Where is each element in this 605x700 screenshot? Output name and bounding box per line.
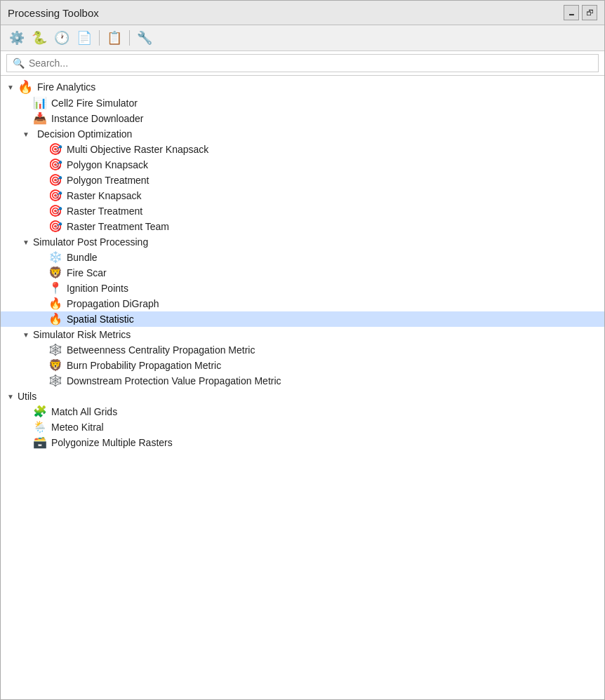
category-decision-optimization[interactable]: ▼ Decision Optimization (1, 126, 604, 142)
label-raster-knapsack: Raster Knapsack (67, 190, 142, 201)
label-burn-probability: Burn Probability Propagation Metric (67, 360, 221, 371)
polygon-treatment-icon: 🎯 (48, 175, 62, 186)
toolbar: ⚙️ 🐍 🕐 📄 📋 🔧 (1, 25, 604, 51)
item-downstream[interactable]: 🕸️ Downstream Protection Value Propagati… (1, 373, 604, 389)
tool-tree[interactable]: ▼ 🔥 Fire Analytics 📊 Cell2 Fire Simulato… (1, 76, 604, 699)
item-bundle[interactable]: ❄️ Bundle (1, 250, 604, 265)
settings-btn[interactable]: 🔧 (134, 28, 155, 48)
spacer-multi (36, 144, 47, 155)
label-spatial-statistic: Spatial Statistic (67, 314, 134, 325)
item-polygon-treatment[interactable]: 🎯 Polygon Treatment (1, 173, 604, 188)
toolbar-sep-1 (99, 30, 100, 46)
label-polygonize: Polygonize Multiple Rasters (51, 437, 173, 448)
spacer-downstream (36, 375, 47, 386)
item-match-all-grids[interactable]: 🧩 Match All Grids (1, 404, 604, 419)
spatial-statistic-icon: 🔥 (48, 314, 62, 325)
spacer-matchgrids (20, 406, 32, 417)
item-raster-knapsack[interactable]: 🎯 Raster Knapsack (1, 188, 604, 203)
category-simulator-risk[interactable]: ▼ Simulator Risk Metrics (1, 327, 604, 342)
cell2fire-icon: 📊 (33, 97, 47, 109)
restore-btn[interactable]: 🗗 (582, 5, 597, 20)
history-btn[interactable]: 🕐 (51, 28, 72, 48)
spacer-pgtreat (36, 175, 47, 186)
label-polygon-knapsack: Polygon Knapsack (67, 159, 148, 170)
spacer-propdig (36, 298, 47, 309)
spacer-rsteam (36, 221, 47, 232)
label-raster-treatment-team: Raster Treatment Team (67, 221, 169, 232)
raster-knapsack-icon: 🎯 (48, 190, 62, 201)
label-match-all-grids: Match All Grids (51, 406, 117, 417)
window-controls: 🗕 🗗 (564, 5, 597, 20)
spacer-firescar (36, 267, 47, 278)
item-betweenness[interactable]: 🕸️ Betweenness Centrality Propagation Me… (1, 342, 604, 358)
label-raster-treatment: Raster Treatment (67, 206, 142, 217)
item-ignition-points[interactable]: 📍 Ignition Points (1, 281, 604, 296)
fire-scar-icon: 🦁 (48, 267, 62, 278)
ignition-points-icon: 📍 (48, 283, 62, 294)
results-btn[interactable]: 📄 (74, 28, 95, 48)
item-spatial-statistic[interactable]: 🔥 Spatial Statistic (1, 311, 604, 327)
chevron-utils: ▼ (5, 391, 16, 402)
item-polygon-knapsack[interactable]: 🎯 Polygon Knapsack (1, 157, 604, 173)
burn-probability-icon: 🦁 (48, 360, 62, 371)
item-polygonize[interactable]: 🗃️ Polygonize Multiple Rasters (1, 435, 604, 450)
spacer-instance (20, 113, 32, 124)
edit-btn[interactable]: 📋 (104, 28, 125, 48)
python-btn[interactable]: 🐍 (29, 28, 50, 48)
spacer-rsknap (36, 190, 47, 201)
search-input[interactable] (29, 58, 592, 69)
item-fire-scar[interactable]: 🦁 Fire Scar (1, 265, 604, 281)
spacer-spatial (36, 314, 47, 325)
search-wrapper: 🔍 (6, 54, 599, 72)
label-instance-downloader: Instance Downloader (51, 113, 144, 124)
label-betweenness: Betweenness Centrality Propagation Metri… (67, 344, 255, 356)
label-fire-scar: Fire Scar (67, 267, 107, 278)
run-algorithm-btn[interactable]: ⚙️ (6, 28, 27, 48)
label-simulator-post: Simulator Post Processing (33, 236, 148, 248)
label-cell2fire: Cell2 Fire Simulator (51, 97, 138, 109)
label-decision-optimization: Decision Optimization (37, 128, 132, 140)
item-burn-probability[interactable]: 🦁 Burn Probability Propagation Metric (1, 358, 604, 373)
bundle-icon: ❄️ (48, 252, 62, 263)
processing-toolbox-window: Processing Toolbox 🗕 🗗 ⚙️ 🐍 🕐 📄 📋 🔧 🔍 ▼ … (0, 0, 605, 700)
item-propagation-digraph[interactable]: 🔥 Propagation DiGraph (1, 296, 604, 311)
item-cell2fire[interactable]: 📊 Cell2 Fire Simulator (1, 95, 604, 111)
polygonize-icon: 🗃️ (33, 437, 47, 448)
search-bar: 🔍 (1, 51, 604, 76)
meteo-kitral-icon: 🌦️ (33, 422, 47, 433)
item-multi-objective[interactable]: 🎯 Multi Objective Raster Knapsack (1, 142, 604, 157)
chevron-fire-analytics: ▼ (5, 81, 16, 93)
label-multi-objective: Multi Objective Raster Knapsack (67, 144, 208, 155)
betweenness-icon: 🕸️ (48, 344, 62, 356)
search-icon: 🔍 (13, 58, 25, 69)
chevron-simrisk: ▼ (20, 329, 32, 340)
spacer-meteo (20, 422, 32, 433)
label-polygon-treatment: Polygon Treatment (67, 175, 149, 186)
item-raster-treatment-team[interactable]: 🎯 Raster Treatment Team (1, 219, 604, 234)
label-downstream: Downstream Protection Value Propagation … (67, 375, 281, 386)
category-simulator-post[interactable]: ▼ Simulator Post Processing (1, 234, 604, 250)
item-raster-treatment[interactable]: 🎯 Raster Treatment (1, 203, 604, 219)
raster-treatment-icon: 🎯 (48, 206, 62, 217)
spacer-ignition (36, 283, 47, 294)
item-instance-downloader[interactable]: 📥 Instance Downloader (1, 111, 604, 126)
downstream-icon: 🕸️ (48, 375, 62, 386)
label-bundle: Bundle (67, 252, 98, 263)
item-meteo-kitral[interactable]: 🌦️ Meteo Kitral (1, 419, 604, 435)
toolbar-sep-2 (129, 30, 130, 46)
fire-analytics-icon: 🔥 (18, 81, 33, 93)
label-ignition-points: Ignition Points (67, 283, 128, 294)
label-propagation-digraph: Propagation DiGraph (67, 298, 159, 309)
minimize-btn[interactable]: 🗕 (564, 5, 579, 20)
label-utils: Utils (18, 391, 36, 402)
spacer-cell2fire (20, 97, 32, 109)
instance-downloader-icon: 📥 (33, 113, 47, 124)
category-fire-analytics[interactable]: ▼ 🔥 Fire Analytics (1, 79, 604, 95)
spacer-pgknap (36, 159, 47, 170)
spacer-between (36, 344, 47, 356)
category-utils[interactable]: ▼ Utils (1, 389, 604, 404)
match-all-grids-icon: 🧩 (33, 406, 47, 417)
chevron-decision: ▼ (20, 128, 32, 140)
chevron-simpost: ▼ (20, 236, 32, 248)
spacer-rstreat (36, 206, 47, 217)
